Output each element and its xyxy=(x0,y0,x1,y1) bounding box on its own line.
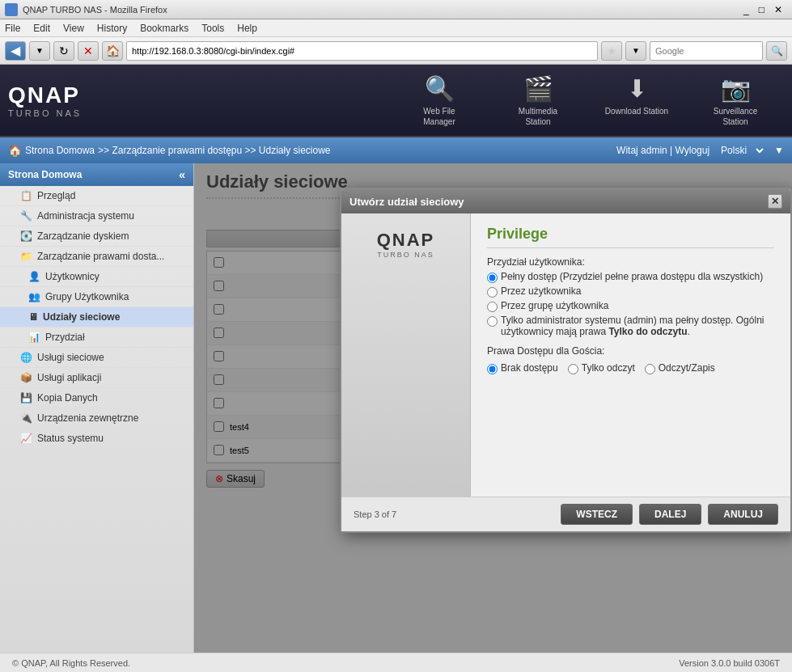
radio-row-readwrite: Odczyt/Zapis xyxy=(645,362,715,374)
aplikacje-icon: 📦 xyxy=(20,372,32,383)
close-btn[interactable]: ✕ xyxy=(769,4,787,15)
grupy-icon: 👥 xyxy=(28,291,40,302)
reload-button[interactable]: ↻ xyxy=(53,41,74,61)
back-button[interactable]: WSTECZ xyxy=(561,504,633,525)
menu-bookmarks[interactable]: Bookmarks xyxy=(140,23,188,34)
download-station-label: Download Station xyxy=(605,106,668,116)
sidebar-item-prawa[interactable]: 📁 Zarządzanie prawami dosta... xyxy=(0,247,193,267)
sidebar-item-urzadzenia[interactable]: 🔌 Urządzenia zewnętrzne xyxy=(0,408,193,429)
sidebar-item-uslugi[interactable]: 🌐 Usługi sieciowe xyxy=(0,348,193,368)
download-station-icon: ⬇ xyxy=(627,74,647,103)
kopia-label: Kopia Danych xyxy=(37,392,98,404)
nav-download-station[interactable]: ⬇ Download Station xyxy=(588,66,685,135)
sidebar-item-przeglad[interactable]: 📋 Przegląd xyxy=(0,186,193,206)
sidebar-item-udzialy[interactable]: 🖥 Udziały sieciowe xyxy=(0,307,193,328)
radio-adminonly-label: Tylko administrator systemu (admin) ma p… xyxy=(501,315,774,337)
multimedia-station-icon: 🎬 xyxy=(523,74,553,103)
browser-titlebar: QNAP TURBO NAS - Mozilla Firefox _ □ ✕ xyxy=(0,0,792,19)
radio-nodeny[interactable] xyxy=(487,364,498,374)
app-topbar: QNAP TURBO NAS 🔍 Web File Manager 🎬 Mult… xyxy=(0,65,792,137)
admin-label: Administracja systemu xyxy=(37,210,134,222)
modal-close-button[interactable]: ✕ xyxy=(768,194,782,209)
urzadzenia-label: Urządzenia zewnętrzne xyxy=(37,412,138,424)
modal-body: QNAP TURBO NAS Privilege Przydział użytk… xyxy=(341,213,790,497)
przydział-label: Przydział xyxy=(45,332,85,343)
sidebar-item-status[interactable]: 📈 Status systemu xyxy=(0,429,193,449)
back-button[interactable]: ◀ xyxy=(5,41,26,61)
radio-bygroup[interactable] xyxy=(487,302,498,312)
user-assign-label: Przydział użytkownika: xyxy=(487,256,774,268)
breadcrumb: 🏠 Strona Domowa >> Zarządzanie prawami d… xyxy=(8,144,331,157)
logo-sub: TURBO NAS xyxy=(8,108,129,118)
breadcrumb-home[interactable]: 🏠 xyxy=(8,144,22,157)
uzytkownicy-label: Użytkownicy xyxy=(45,271,100,282)
stop-button[interactable]: ✕ xyxy=(78,41,99,61)
radio-adminonly[interactable] xyxy=(487,316,498,327)
address-bar[interactable] xyxy=(126,41,598,61)
search-input[interactable] xyxy=(650,41,763,61)
menu-edit[interactable]: Edit xyxy=(33,23,50,34)
menu-history[interactable]: History xyxy=(97,23,127,34)
radio-byuser[interactable] xyxy=(487,287,498,298)
app-logo: QNAP TURBO NAS xyxy=(8,82,129,118)
user-assign-group: Przydział użytkownika: Pełny dostęp (Prz… xyxy=(487,256,774,337)
menu-file[interactable]: File xyxy=(5,23,20,34)
radio-row-adminonly: Tylko administrator systemu (admin) ma p… xyxy=(487,315,774,337)
udzialy-icon: 🖥 xyxy=(28,311,38,323)
breadcrumb-path: >> Zarządzanie prawami dostępu >> Udział… xyxy=(98,145,330,156)
menu-help[interactable]: Help xyxy=(237,23,257,34)
modal-dialog: Utwórz udział sieciowy ✕ QNAP TURBO NAS … xyxy=(340,188,792,533)
home-button[interactable]: 🏠 xyxy=(102,41,123,61)
modal-footer: Step 3 of 7 WSTECZ DALEJ ANULUJ xyxy=(341,497,790,531)
menu-view[interactable]: View xyxy=(63,23,84,34)
nav-surveillance-station[interactable]: 📷 Surveillance Station xyxy=(687,66,784,135)
forward-dropdown[interactable]: ▼ xyxy=(29,41,50,61)
modal-logo-qnap: QNAP xyxy=(377,230,435,251)
dysk-icon: 💽 xyxy=(20,230,32,242)
dysk-label: Zarządzanie dyskiem xyxy=(37,230,129,242)
sidebar-item-admin[interactable]: 🔧 Administracja systemu xyxy=(0,206,193,226)
nav-web-file-manager[interactable]: 🔍 Web File Manager xyxy=(391,66,488,135)
sidebar-item-aplikacje[interactable]: 📦 Usługi aplikacji xyxy=(0,368,193,388)
breadcrumb-home-label: Strona Domowa xyxy=(25,145,95,156)
browser-title: QNAP TURBO NAS - Mozilla Firefox xyxy=(23,5,167,15)
surveillance-station-label: Surveillance Station xyxy=(703,106,768,127)
sidebar-item-dysk[interactable]: 💽 Zarządzanie dyskiem xyxy=(0,226,193,247)
sidebar-toggle[interactable]: « xyxy=(179,168,185,181)
radio-readonly-label: Tylko odczyt xyxy=(582,362,635,374)
admin-icon: 🔧 xyxy=(20,210,32,222)
modal-section-title: Privilege xyxy=(487,226,774,248)
cancel-button[interactable]: ANULUJ xyxy=(708,504,778,525)
radio-row-bygroup: Przez grupę użytkownika xyxy=(487,300,774,312)
bookmark-down[interactable]: ▼ xyxy=(625,41,646,61)
language-select[interactable]: Polski English xyxy=(718,144,766,157)
app-footer: © QNAP, All Rights Reserved. Version 3.0… xyxy=(0,653,792,672)
uslugi-label: Usługi sieciowe xyxy=(37,352,104,363)
sidebar-title: Strona Domowa xyxy=(8,169,82,180)
radio-readonly[interactable] xyxy=(568,364,578,374)
radio-row-byuser: Przez użytkownika xyxy=(487,285,774,298)
bookmark-star[interactable]: ★ xyxy=(601,41,622,61)
menu-tools[interactable]: Tools xyxy=(201,23,224,34)
logo-qnap: QNAP xyxy=(8,82,129,108)
browser-menubar: File Edit View History Bookmarks Tools H… xyxy=(0,19,792,37)
sidebar-item-kopia[interactable]: 💾 Kopia Danych xyxy=(0,388,193,408)
minimize-btn[interactable]: _ xyxy=(739,4,754,15)
nav-multimedia-station[interactable]: 🎬 Multimedia Station xyxy=(489,66,587,135)
sidebar-item-uzytkownicy[interactable]: 👤 Użytkownicy xyxy=(0,267,193,287)
sidebar-item-przydział[interactable]: 📊 Przydział xyxy=(0,328,193,348)
footer-copyright: © QNAP, All Rights Reserved. xyxy=(12,658,130,668)
search-button[interactable]: 🔍 xyxy=(766,41,787,61)
status-label: Status systemu xyxy=(37,433,104,444)
modal-logo-sub: TURBO NAS xyxy=(377,251,434,259)
radio-readwrite-label: Odczyt/Zapis xyxy=(659,362,715,374)
surveillance-station-icon: 📷 xyxy=(721,74,751,103)
radio-full[interactable] xyxy=(487,273,498,283)
radio-readwrite[interactable] xyxy=(645,364,655,374)
footer-buttons: WSTECZ DALEJ ANULUJ xyxy=(561,504,778,525)
sidebar-item-grupy[interactable]: 👥 Grupy Użytkownika xyxy=(0,287,193,307)
web-file-manager-icon: 🔍 xyxy=(425,74,455,103)
maximize-btn[interactable]: □ xyxy=(754,4,769,15)
content-area: Strona Domowa « 📋 Przegląd 🔧 Administrac… xyxy=(0,163,792,653)
next-button[interactable]: DALEJ xyxy=(639,504,701,525)
